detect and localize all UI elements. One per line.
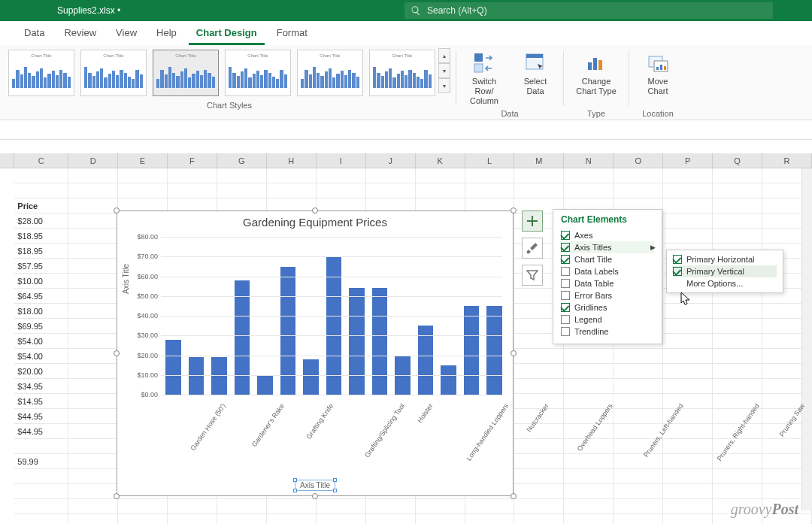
chart-elements-item[interactable]: Data Labels xyxy=(561,265,654,277)
price-cell[interactable]: $44.95 xyxy=(14,409,68,424)
bar[interactable] xyxy=(486,306,502,395)
select-data-button[interactable]: Select Data xyxy=(513,50,558,108)
checkbox-icon[interactable] xyxy=(561,291,570,300)
column-header[interactable]: H xyxy=(267,153,317,168)
column-header[interactable]: Q xyxy=(713,153,762,168)
bar[interactable] xyxy=(372,288,388,395)
bar[interactable] xyxy=(235,280,250,395)
checkbox-icon[interactable] xyxy=(561,327,570,336)
price-cell[interactable]: $18.00 xyxy=(14,304,68,319)
bar[interactable] xyxy=(211,357,227,395)
plot-area[interactable]: $0.00$10.00$20.00$30.00$40.00$50.00$60.0… xyxy=(161,237,502,395)
price-cell[interactable] xyxy=(14,439,68,454)
checkbox-icon[interactable] xyxy=(561,315,570,324)
bar[interactable] xyxy=(349,288,365,395)
resize-handle[interactable] xyxy=(511,350,517,356)
switch-row-column-button[interactable]: Switch Row/ Column xyxy=(462,50,507,108)
tab-format[interactable]: Format xyxy=(269,23,315,45)
price-cell[interactable]: $18.95 xyxy=(14,229,68,244)
chart-styles-gallery[interactable]: Chart TitleChart TitleChart TitleChart T… xyxy=(8,48,435,98)
checkbox-icon[interactable] xyxy=(561,267,570,276)
checkbox-icon[interactable] xyxy=(561,279,570,288)
submenu-item[interactable]: Primary Horizontal xyxy=(673,253,777,265)
checkbox-icon[interactable] xyxy=(561,231,570,240)
change-chart-type-button[interactable]: Change Chart Type xyxy=(574,50,619,98)
price-cell[interactable]: $34.95 xyxy=(14,379,68,394)
bar[interactable] xyxy=(303,359,319,395)
price-cell[interactable]: $54.00 xyxy=(14,349,68,364)
resize-handle[interactable] xyxy=(114,350,120,356)
search-input[interactable]: Search (Alt+Q) xyxy=(404,2,773,19)
chart-style-thumb[interactable]: Chart Title xyxy=(225,50,291,96)
price-cell[interactable]: $20.00 xyxy=(14,364,68,379)
tab-review[interactable]: Review xyxy=(56,23,104,45)
vertical-scrollbar[interactable] xyxy=(801,168,812,510)
column-header[interactable]: C xyxy=(14,153,68,168)
chart-elements-item[interactable]: Chart Title xyxy=(561,253,654,265)
checkbox-icon[interactable] xyxy=(561,243,570,252)
embedded-chart[interactable]: Gardening Equipment Prices Axis Title $0… xyxy=(117,211,514,496)
submenu-item[interactable]: More Options... xyxy=(673,277,777,289)
tab-view[interactable]: View xyxy=(108,23,144,45)
price-cell[interactable]: $64.95 xyxy=(14,289,68,304)
price-cell[interactable]: $69.95 xyxy=(14,319,68,334)
bar[interactable] xyxy=(257,375,273,395)
column-header[interactable]: D xyxy=(68,153,118,168)
bar[interactable] xyxy=(165,340,181,395)
column-header[interactable]: F xyxy=(168,153,217,168)
chart-style-thumb[interactable]: Chart Title xyxy=(8,50,74,96)
submenu-item[interactable]: Primary Vertical xyxy=(673,265,777,277)
bar[interactable] xyxy=(464,306,480,395)
resize-handle[interactable] xyxy=(511,207,517,214)
column-header[interactable]: L xyxy=(465,153,515,168)
price-cell[interactable]: $10.00 xyxy=(14,274,68,289)
chart-style-thumb[interactable]: Chart Title xyxy=(153,50,219,96)
price-cell[interactable]: $44.95 xyxy=(14,424,68,439)
chart-elements-item[interactable]: Trendline xyxy=(561,326,654,338)
chart-elements-item[interactable]: Error Bars xyxy=(561,289,654,301)
chart-style-thumb[interactable]: Chart Title xyxy=(297,50,363,96)
column-header[interactable]: O xyxy=(614,153,663,168)
column-header[interactable]: G xyxy=(217,153,267,168)
checkbox-icon[interactable] xyxy=(561,303,570,312)
column-header[interactable]: E xyxy=(118,153,168,168)
price-cell[interactable]: 59.99 xyxy=(14,454,68,469)
chart-elements-item[interactable]: Legend xyxy=(561,313,654,326)
resize-handle[interactable] xyxy=(312,207,318,214)
gallery-scroll-down[interactable]: ▾ xyxy=(438,63,450,78)
price-cell[interactable]: $54.00 xyxy=(14,334,68,349)
column-header[interactable]: R xyxy=(762,153,812,168)
chart-style-thumb[interactable]: Chart Title xyxy=(80,50,147,96)
resize-handle[interactable] xyxy=(511,493,517,499)
chart-title[interactable]: Gardening Equipment Prices xyxy=(117,216,513,229)
chart-style-thumb[interactable]: Chart Title xyxy=(369,50,435,96)
bar[interactable] xyxy=(326,256,342,395)
x-axis-title[interactable]: Axis Title xyxy=(295,480,335,491)
price-cell[interactable]: $18.95 xyxy=(14,244,68,259)
chart-elements-item[interactable]: Axes xyxy=(561,229,654,241)
formula-bar[interactable] xyxy=(0,120,812,140)
gallery-scroll-up[interactable]: ▴ xyxy=(438,48,450,63)
document-filename[interactable]: Supplies2.xlsx • xyxy=(9,5,120,16)
bar[interactable] xyxy=(189,357,205,395)
chart-elements-item[interactable]: Gridlines xyxy=(561,301,654,313)
chart-elements-item[interactable]: Axis Titles▶ xyxy=(561,241,654,253)
resize-handle[interactable] xyxy=(114,493,120,499)
column-header[interactable]: N xyxy=(564,153,614,168)
resize-handle[interactable] xyxy=(312,493,318,499)
price-cell[interactable]: $14.95 xyxy=(14,394,68,409)
chart-elements-item[interactable]: Data Table xyxy=(561,277,654,289)
tab-chart-design[interactable]: Chart Design xyxy=(189,23,265,45)
column-header[interactable]: K xyxy=(416,153,465,168)
price-cell[interactable]: $28.00 xyxy=(14,214,68,229)
checkbox-icon[interactable] xyxy=(561,255,570,264)
column-header[interactable]: M xyxy=(514,153,564,168)
gallery-more[interactable]: ▾ xyxy=(438,78,450,93)
checkbox-icon[interactable] xyxy=(673,255,682,264)
tab-data[interactable]: Data xyxy=(17,23,52,45)
chart-elements-button[interactable] xyxy=(522,211,543,232)
tab-help[interactable]: Help xyxy=(149,23,184,45)
move-chart-button[interactable]: Move Chart xyxy=(635,50,680,98)
checkbox-icon[interactable] xyxy=(673,267,682,276)
bar[interactable] xyxy=(441,365,456,395)
